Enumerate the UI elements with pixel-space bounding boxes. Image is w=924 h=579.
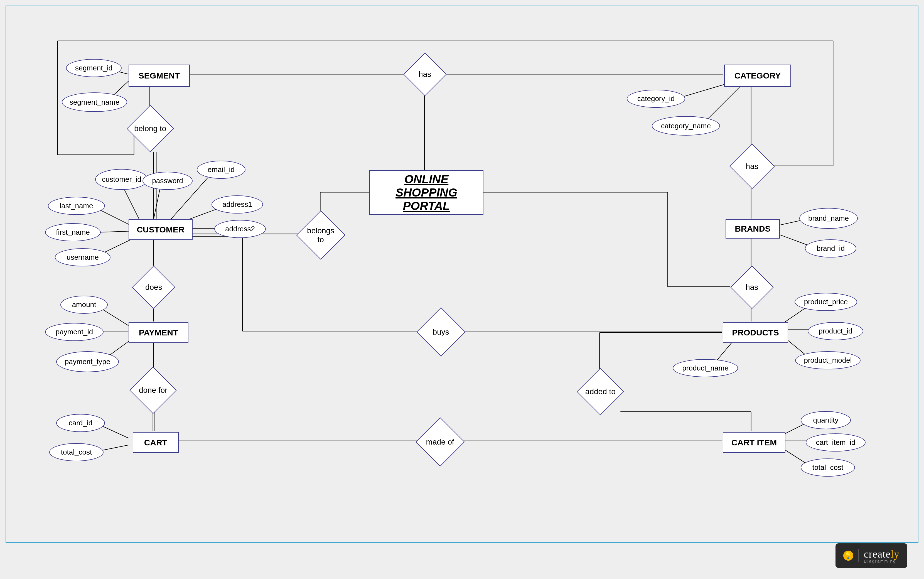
entity-products: PRODUCTS <box>723 322 788 343</box>
creately-logo: 💡 creately Diagramming <box>836 543 907 568</box>
attr-username: username <box>55 248 111 267</box>
entity-customer: CUSTOMER <box>129 219 193 240</box>
entity-category: CATEGORY <box>724 65 791 87</box>
svg-line-21 <box>153 187 160 220</box>
attr-product-model: product_model <box>795 351 860 370</box>
attr-address1: address1 <box>212 195 263 214</box>
attr-card-id: card_id <box>56 414 105 432</box>
brand-tagline: Diagramming <box>864 559 896 563</box>
attr-password: password <box>142 172 193 190</box>
attr-address2: address2 <box>214 220 266 238</box>
brand-name: creately <box>864 548 900 560</box>
attr-category-name: category_name <box>652 116 720 136</box>
entity-segment: SEGMENT <box>129 65 190 87</box>
attr-product-name: product_name <box>673 359 738 377</box>
attr-total-cost: total_cost <box>49 443 103 461</box>
bulb-icon: 💡 <box>843 551 853 561</box>
attr-product-price: product_price <box>795 293 857 311</box>
attr-last-name: last_name <box>48 197 105 215</box>
stage: ONLINE SHOPPING PORTAL SEGMENT CATEGORY … <box>6 6 918 542</box>
attr-payment-id: payment_id <box>45 323 103 341</box>
attr-first-name: first_name <box>45 223 101 241</box>
attr-brand-id: brand_id <box>805 239 856 257</box>
entity-brands: BRANDS <box>726 219 780 239</box>
attr-amount: amount <box>60 296 108 314</box>
logo-text: creately Diagramming <box>864 548 900 563</box>
entity-cart: CART <box>133 432 179 453</box>
entity-cart-item: CART ITEM <box>723 432 785 453</box>
diagram-frame: ONLINE SHOPPING PORTAL SEGMENT CATEGORY … <box>6 6 918 543</box>
portal-title: ONLINE SHOPPING PORTAL <box>369 170 483 215</box>
attr-category-id: category_id <box>627 90 685 108</box>
attr-quantity: quantity <box>801 411 851 429</box>
svg-line-9 <box>704 87 740 123</box>
canvas: ONLINE SHOPPING PORTAL SEGMENT CATEGORY … <box>0 0 924 579</box>
attr-product-id: product_id <box>808 322 863 340</box>
attr-customer-id: customer_id <box>95 169 148 190</box>
attr-payment-type: payment_type <box>56 351 119 372</box>
title-text: ONLINE SHOPPING PORTAL <box>375 173 477 213</box>
entity-payment: PAYMENT <box>129 322 188 343</box>
attr-email-id: email_id <box>197 160 245 179</box>
attr-ci-total-cost: total_cost <box>801 458 855 476</box>
attr-segment-id: segment_id <box>66 59 122 77</box>
attr-brand-name: brand_name <box>799 208 858 229</box>
attr-segment-name: segment_name <box>62 92 127 112</box>
attr-cart-item-id: cart_item_id <box>806 433 865 451</box>
logo-separator <box>858 549 859 562</box>
